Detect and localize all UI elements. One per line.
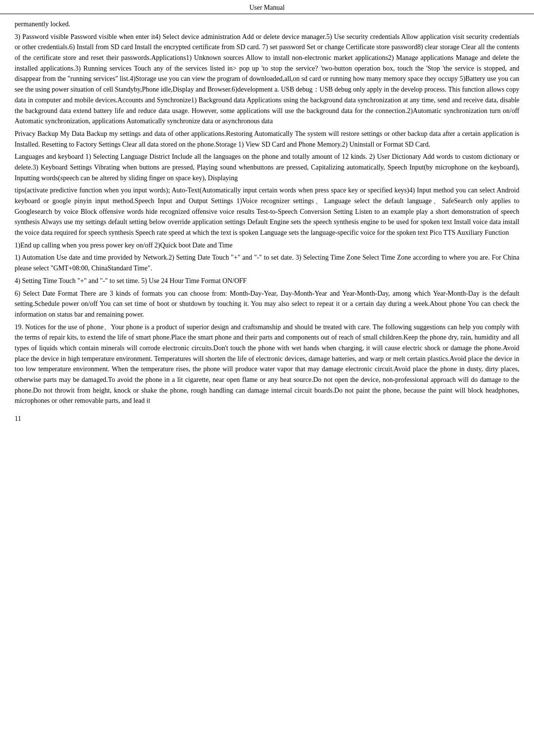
paragraph-1: 3) Password visible Password visible whe… <box>15 32 519 127</box>
paragraph-5: 1)End up calling when you press power ke… <box>15 240 519 251</box>
paragraph-6: 1) Automation Use date and time provided… <box>15 252 519 273</box>
paragraph-7: 4) Setting Time Touch "+" and "-" to set… <box>15 276 519 286</box>
paragraph-4: tips(activate predictive function when y… <box>15 185 519 238</box>
paragraph-2: Privacy Backup My Data Backup my setting… <box>15 129 519 150</box>
page-number-container: 11 <box>0 413 534 425</box>
page-header: User Manual <box>0 0 534 14</box>
paragraph-8: 6) Select Date Format There are 3 kinds … <box>15 288 519 320</box>
page-number: 11 <box>15 415 21 422</box>
paragraph-3: Languages and keyboard 1) Selecting Lang… <box>15 151 519 183</box>
paragraph-9: 19. Notices for the use of phone、Your ph… <box>15 322 519 407</box>
page-content: permanently locked.3) Password visible P… <box>0 14 534 413</box>
paragraph-0: permanently locked. <box>15 19 519 30</box>
header-title: User Manual <box>249 4 285 11</box>
